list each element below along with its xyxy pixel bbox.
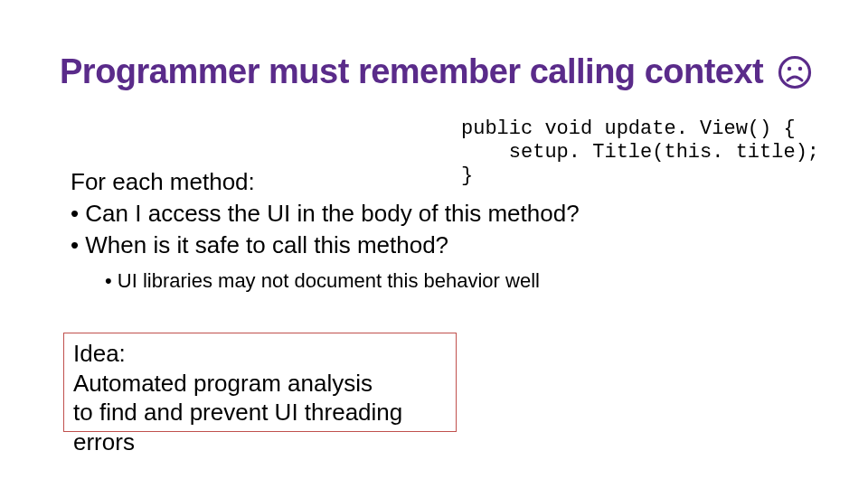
idea-line-3: to find and prevent UI threading errors <box>73 398 447 456</box>
code-line-3: } <box>461 164 473 187</box>
svg-point-1 <box>788 67 791 70</box>
code-line-2: setup. Title(this. title); <box>461 141 819 164</box>
svg-point-0 <box>780 57 810 87</box>
foreach-label: For each method: <box>71 168 255 196</box>
code-line-1: public void update. View() { <box>461 117 796 140</box>
bullet-safe-call: • When is it safe to call this method? <box>71 231 448 259</box>
subbullet-documentation: • UI libraries may not document this beh… <box>105 269 540 293</box>
slide: Programmer must remember calling context… <box>0 0 868 488</box>
sad-face-icon <box>778 55 812 89</box>
idea-box: Idea: Automated program analysis to find… <box>63 333 457 432</box>
slide-title: Programmer must remember calling context <box>60 52 812 91</box>
svg-point-2 <box>798 67 802 70</box>
idea-line-2: Automated program analysis <box>73 369 447 399</box>
title-text: Programmer must remember calling context <box>60 52 763 90</box>
bullet-access-ui: • Can I access the UI in the body of thi… <box>71 200 580 228</box>
code-snippet: public void update. View() { setup. Titl… <box>461 117 819 188</box>
idea-line-1: Idea: <box>73 339 447 369</box>
